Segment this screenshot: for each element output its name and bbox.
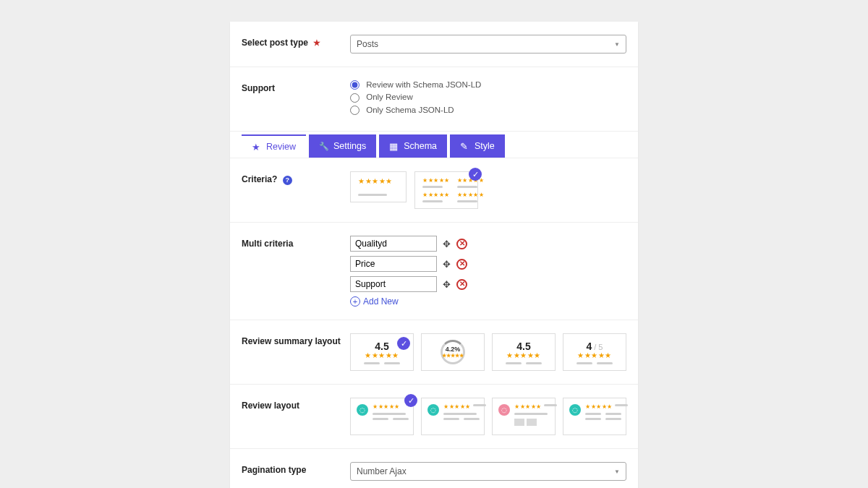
tab-settings-label: Settings — [333, 141, 366, 151]
post-type-select[interactable]: Posts — [350, 35, 626, 53]
placeholder-line — [506, 362, 522, 364]
placeholder-line — [615, 404, 628, 406]
post-type-value: Posts — [357, 39, 378, 49]
avatar-icon: ◌ — [427, 404, 439, 416]
placeholder-line — [597, 362, 613, 364]
row-review-layout: Review layout ✓ ◌ ★★★★★ ◌ ★★★★★ — [230, 385, 638, 449]
review-layout-card-2[interactable]: ◌ ★★★★★ — [421, 398, 485, 435]
summary-card-number2[interactable]: 4.5 ★★★★★ — [492, 333, 556, 371]
plus-icon: + — [350, 296, 360, 307]
placeholder-line — [393, 418, 409, 420]
criteria-input-price[interactable] — [350, 256, 437, 272]
table-icon — [389, 141, 399, 151]
summary-card-number-stars[interactable]: ✓ 4.5 ★★★★★ — [350, 333, 414, 371]
placeholder-line — [384, 362, 400, 364]
criteria-input-support[interactable] — [350, 276, 437, 292]
row-summary-layout: Review summary layout ✓ 4.5 ★★★★★ 4.2% ★… — [230, 320, 638, 385]
tab-settings[interactable]: Settings — [309, 134, 376, 158]
star-icon — [252, 142, 262, 152]
tab-schema[interactable]: Schema — [379, 134, 447, 158]
add-new-button[interactable]: + Add New — [350, 296, 626, 307]
placeholder-line — [464, 418, 480, 420]
placeholder-line — [373, 413, 406, 415]
stars-icon: ★★★★★ — [506, 352, 541, 359]
review-layout-card-1[interactable]: ✓ ◌ ★★★★★ — [350, 398, 414, 435]
radio-label: Only Review — [366, 93, 413, 101]
avatar-icon: ◌ — [569, 404, 581, 416]
review-layout-card-3[interactable]: ◌ ★★★★★ — [492, 398, 556, 435]
stars-icon: ★★★★★ — [514, 404, 542, 410]
stars-icon: ★★★★★ — [585, 404, 613, 410]
criteria-option-multi[interactable]: ✓ ★★★★★ ★★★★★ ★★★★★ — [414, 171, 478, 209]
placeholder-line — [443, 418, 459, 420]
fraction-den: / 5 — [594, 343, 603, 351]
stars-icon: ★★★★★ — [443, 404, 471, 410]
label-post-type-text: Select post type — [242, 38, 308, 48]
placeholder-line — [544, 404, 557, 406]
tab-review-label: Review — [266, 142, 296, 152]
placeholder-line — [443, 413, 477, 415]
delete-icon[interactable]: ✕ — [456, 279, 467, 290]
radio-input[interactable] — [350, 106, 359, 115]
move-handle-icon[interactable]: ✥ — [443, 239, 451, 249]
stars-icon: ★★★★★ — [577, 352, 612, 359]
radio-input[interactable] — [350, 80, 359, 90]
thumbnail-icon — [514, 419, 524, 426]
placeholder-line — [358, 194, 387, 196]
tab-schema-label: Schema — [404, 141, 437, 151]
summary-card-fraction[interactable]: 4 / 5 ★★★★★ — [563, 333, 626, 371]
stars-icon: ★★★★★ — [358, 178, 399, 185]
criteria-input-quality[interactable] — [350, 236, 437, 252]
fraction-num: 4 — [587, 341, 592, 352]
label-criteria: Criteria? ? — [242, 171, 350, 209]
label-summary-layout: Review summary layout — [242, 333, 350, 371]
label-pagination: Pagination type — [242, 462, 350, 481]
tab-review[interactable]: Review — [242, 134, 306, 158]
delete-icon[interactable]: ✕ — [456, 259, 467, 270]
placeholder-line — [605, 413, 621, 415]
row-support: Support Review with Schema JSON-LD Only … — [230, 67, 638, 132]
criteria-row: ✥ ✕ — [350, 236, 626, 252]
tabs: Review Settings Schema Style — [230, 132, 638, 158]
settings-panel: Select post type ★ Posts Support Review … — [230, 22, 638, 488]
placeholder-line — [457, 200, 477, 202]
label-criteria-text: Criteria? — [242, 174, 277, 184]
placeholder-line — [514, 413, 548, 415]
placeholder-line — [585, 418, 601, 420]
gauge-icon: 4.2% ★★★★★ — [441, 340, 465, 364]
required-star-icon: ★ — [313, 38, 320, 47]
row-multi-criteria: Multi criteria ✥ ✕ ✥ ✕ ✥ ✕ + Add New — [230, 223, 638, 320]
avatar-icon: ◌ — [357, 404, 368, 416]
tab-style[interactable]: Style — [450, 134, 505, 158]
review-layout-card-4[interactable]: ◌ ★★★★★ — [563, 398, 626, 435]
help-icon[interactable]: ? — [283, 176, 292, 185]
pagination-select[interactable]: Number Ajax — [350, 462, 626, 481]
radio-label: Review with Schema JSON-LD — [366, 80, 481, 89]
move-handle-icon[interactable]: ✥ — [443, 279, 451, 290]
stars-icon: ★★★★★ — [442, 353, 464, 359]
radio-input[interactable] — [350, 93, 359, 103]
label-post-type: Select post type ★ — [242, 35, 350, 53]
radio-option-schema-ld[interactable]: Review with Schema JSON-LD — [350, 80, 626, 90]
move-handle-icon[interactable]: ✥ — [443, 259, 451, 270]
add-new-label: Add New — [363, 296, 399, 307]
wrench-icon — [319, 141, 329, 151]
stars-icon: ★★★★★ — [365, 352, 399, 359]
criteria-row: ✥ ✕ — [350, 276, 626, 292]
placeholder-line — [422, 200, 443, 202]
avatar-icon: ◌ — [498, 404, 510, 416]
summary-card-circular[interactable]: 4.2% ★★★★★ — [421, 333, 485, 371]
radio-label: Only Schema JSON-LD — [366, 106, 454, 114]
radio-option-only-review[interactable]: Only Review — [350, 93, 626, 102]
label-review-layout: Review layout — [242, 398, 350, 435]
tab-style-label: Style — [475, 141, 495, 151]
criteria-row: ✥ ✕ — [350, 256, 626, 272]
placeholder-line — [605, 418, 621, 420]
stars-icon: ★★★★★ — [422, 192, 450, 198]
score-value: 4.5 — [375, 341, 388, 352]
radio-option-only-schema[interactable]: Only Schema JSON-LD — [350, 106, 626, 115]
delete-icon[interactable]: ✕ — [456, 239, 467, 249]
criteria-option-single[interactable]: ★★★★★ — [350, 171, 407, 202]
placeholder-line — [585, 413, 601, 415]
placeholder-line — [457, 186, 477, 188]
